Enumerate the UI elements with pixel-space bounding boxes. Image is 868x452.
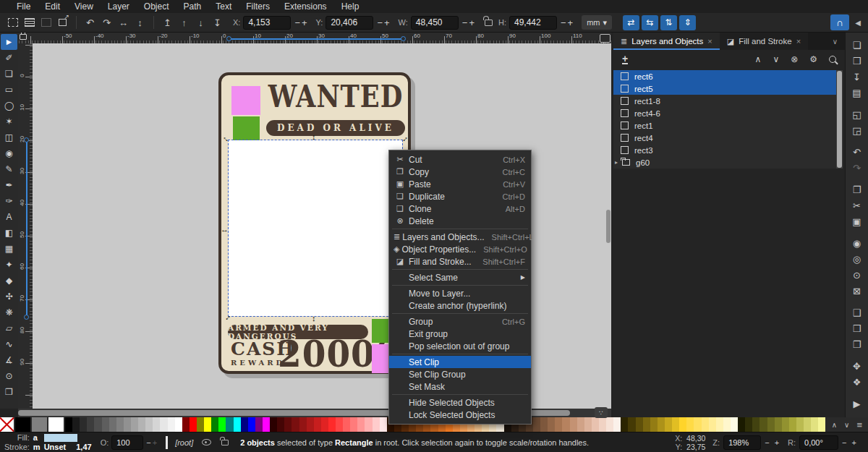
transform-toggle-1[interactable]: ⇄ — [623, 15, 639, 30]
palette-swatch[interactable] — [248, 417, 255, 432]
palette-swatch[interactable] — [182, 417, 190, 432]
menu-item-lock-selected-objects[interactable]: Lock Selected Objects — [389, 409, 531, 421]
palette-swatch[interactable] — [584, 417, 592, 432]
palette-swatch[interactable] — [131, 417, 138, 432]
move-up-button[interactable]: ∧ — [755, 54, 762, 64]
menu-item-exit-group[interactable]: Exit group — [389, 328, 531, 340]
flip-vertical-button[interactable]: ↕ — [132, 15, 148, 30]
rotate-cw-button[interactable]: ↷ — [98, 15, 115, 30]
palette-swatch[interactable] — [373, 417, 380, 432]
layer-lock-icon[interactable] — [221, 440, 229, 445]
palette-swatch[interactable] — [686, 417, 694, 432]
pen-tool[interactable]: ✒ — [1, 177, 17, 193]
zoom-selection-icon[interactable]: ◉ — [849, 235, 865, 251]
duplicate-icon[interactable]: ❑ — [849, 304, 865, 320]
palette-swatch[interactable] — [577, 417, 584, 432]
print-document-icon[interactable]: ▤ — [849, 85, 865, 101]
shape-builder-tool[interactable]: ❏ — [1, 66, 17, 82]
palette-swatch[interactable] — [672, 417, 679, 432]
horizontal-ruler[interactable]: -50-40-30-20-100102030405060708090100110 — [18, 33, 611, 43]
palette-menu-icon[interactable]: ≡ — [856, 419, 862, 430]
palette-swatch[interactable] — [636, 417, 643, 432]
layer-row-rect5[interactable]: rect5 — [613, 82, 836, 95]
scale-handle-s[interactable]: ↕ — [312, 315, 316, 322]
deselect-button[interactable] — [38, 15, 54, 30]
spray-tool[interactable]: ❋ — [1, 304, 17, 320]
palette-swatch[interactable] — [292, 417, 299, 432]
zoom-tool[interactable]: ⊙ — [1, 368, 17, 384]
layer-row-rect6[interactable]: rect6 — [613, 70, 836, 82]
close-icon[interactable]: × — [796, 37, 801, 46]
menu-view[interactable]: View — [68, 0, 100, 13]
calligraphy-tool[interactable]: ✑ — [1, 193, 17, 209]
menu-item-create-anchor-hyperlink[interactable]: Create anchor (hyperlink) — [389, 299, 531, 312]
palette-swatch[interactable] — [197, 417, 204, 432]
palette-swatch[interactable] — [307, 417, 314, 432]
palette-swatch[interactable] — [263, 417, 270, 432]
w-input[interactable]: 48,450 — [411, 16, 459, 30]
save-document-icon[interactable]: ↧ — [849, 69, 865, 85]
zoom-drawing-icon[interactable]: ◎ — [849, 251, 865, 267]
menu-item-object-properties[interactable]: ◈Object Properties...Shift+Ctrl+O — [389, 243, 531, 255]
selector-tool[interactable]: ► — [1, 34, 17, 50]
menu-text[interactable]: Text — [209, 0, 238, 13]
palette-swatch[interactable] — [599, 417, 606, 432]
scale-handle-w[interactable]: ↔ — [221, 226, 229, 233]
layer-row-rect4-6[interactable]: rect4-6 — [613, 107, 836, 119]
pencil-tool[interactable]: ✎ — [1, 161, 17, 177]
zoom-page-width-icon[interactable]: ⊠ — [849, 283, 865, 299]
menu-edit[interactable]: Edit — [38, 0, 67, 13]
select-all-button[interactable] — [4, 15, 21, 30]
palette-swatch[interactable] — [811, 417, 818, 432]
palette-swatch[interactable] — [277, 417, 284, 432]
snap-toggle-button[interactable]: ∩ — [830, 14, 849, 30]
objects-list-scrollbar[interactable] — [836, 70, 843, 169]
gradient-tool[interactable]: ◧ — [1, 225, 17, 241]
create-clone-icon[interactable]: ❒ — [849, 320, 865, 336]
eraser-tool[interactable]: ▱ — [1, 320, 17, 336]
transform-toggle-3[interactable]: ⇅ — [660, 15, 677, 30]
rotate-ccw-button[interactable]: ↶ — [82, 15, 98, 30]
export-image-icon[interactable]: ◲ — [849, 122, 865, 138]
green-square-object[interactable] — [233, 116, 260, 142]
palette-swatch[interactable] — [138, 417, 145, 432]
menu-filters[interactable]: Filters — [239, 0, 276, 13]
copy-icon[interactable]: ❐ — [849, 182, 865, 197]
layer-row-rect1-8[interactable]: rect1-8 — [613, 95, 836, 107]
black-swatch[interactable] — [15, 417, 30, 432]
close-icon[interactable]: × — [707, 37, 712, 46]
y-spinner[interactable]: −+ — [377, 17, 391, 28]
open-document-icon[interactable]: ❒ — [849, 53, 865, 69]
palette-swatch[interactable] — [789, 417, 796, 432]
palette-swatch[interactable] — [540, 417, 548, 432]
menu-item-paste[interactable]: ▣PasteCtrl+V — [389, 178, 531, 190]
palette-swatch[interactable] — [314, 417, 321, 432]
palette-swatch[interactable] — [643, 417, 650, 432]
connector-tool[interactable]: ∿ — [1, 336, 17, 352]
w-spinner[interactable]: −+ — [462, 17, 476, 28]
palette-swatch[interactable] — [116, 417, 124, 432]
opacity-spinner[interactable]: −+ — [146, 438, 158, 447]
palette-swatch[interactable] — [665, 417, 672, 432]
palette-swatch[interactable] — [153, 417, 160, 432]
raise-button[interactable]: ↑ — [176, 15, 192, 30]
ungroup-objects-icon[interactable]: ❖ — [849, 374, 865, 390]
palette-swatch[interactable] — [299, 417, 307, 432]
h-input[interactable]: 49,442 — [509, 16, 557, 30]
palette-swatch[interactable] — [782, 417, 789, 432]
lower-button[interactable]: ↓ — [192, 15, 209, 30]
transform-toggle-4[interactable]: ⇕ — [679, 15, 696, 30]
statusbar-splitter[interactable] — [166, 436, 168, 449]
palette-swatch[interactable] — [72, 417, 80, 432]
menu-item-set-clip-group[interactable]: Set Clip Group — [389, 368, 531, 380]
tweak-tool[interactable]: ✣ — [1, 289, 17, 304]
palette-swatch[interactable] — [570, 417, 577, 432]
unlink-clone-icon[interactable]: ❐ — [849, 336, 865, 352]
palette-swatch[interactable] — [767, 417, 775, 432]
menu-item-layers-and-objects[interactable]: ≣Layers and Objects...Shift+Ctrl+L — [389, 231, 531, 243]
palette-swatch[interactable] — [336, 417, 343, 432]
text-tool[interactable]: A — [1, 209, 17, 225]
new-document-icon[interactable]: ❏ — [849, 37, 865, 53]
x-spinner[interactable]: −+ — [294, 17, 308, 28]
palette-swatch[interactable] — [562, 417, 569, 432]
